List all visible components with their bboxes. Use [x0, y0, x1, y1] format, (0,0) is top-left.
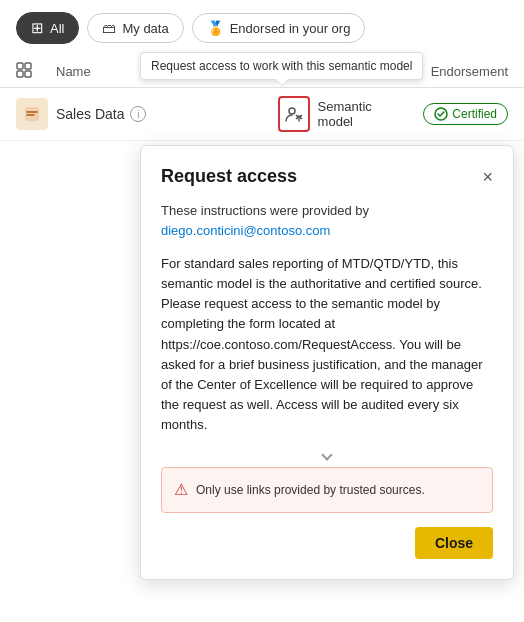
- instructions-prefix: These instructions were provided by: [161, 203, 369, 218]
- tooltip: Request access to work with this semanti…: [140, 52, 423, 80]
- svg-rect-2: [17, 71, 23, 77]
- certified-badge: Certified: [423, 103, 508, 125]
- badge-icon: 🏅: [207, 20, 224, 36]
- modal-title: Request access: [161, 166, 297, 187]
- svg-rect-4: [25, 107, 39, 121]
- info-icon[interactable]: i: [130, 106, 146, 122]
- row-type-cell: Semantic model: [278, 96, 398, 132]
- filter-mydata-label: My data: [122, 21, 168, 36]
- row-name-text: Sales Data: [56, 106, 124, 122]
- instructions-email: diego.conticini@contoso.com: [161, 223, 330, 238]
- certified-label: Certified: [452, 107, 497, 121]
- cylinder-icon: 🗃: [102, 20, 116, 36]
- filter-endorsed-button[interactable]: 🏅 Endorsed in your org: [192, 13, 366, 43]
- modal-close-button[interactable]: ×: [482, 168, 493, 186]
- svg-rect-3: [25, 71, 31, 77]
- th-icon: [16, 62, 56, 81]
- svg-rect-1: [25, 63, 31, 69]
- row-type-text: Semantic model: [318, 99, 398, 129]
- modal-body: These instructions were provided by dieg…: [161, 201, 493, 559]
- row-endorsement-cell: Certified: [398, 103, 508, 125]
- row-icon-cell: [16, 98, 56, 130]
- filter-endorsed-label: Endorsed in your org: [230, 21, 351, 36]
- filter-bar: ⊞ All 🗃 My data 🏅 Endorsed in your org: [0, 0, 524, 56]
- row-type-icon: [16, 98, 48, 130]
- warning-text: Only use links provided by trusted sourc…: [196, 481, 425, 499]
- filter-mydata-button[interactable]: 🗃 My data: [87, 13, 183, 43]
- modal-footer: Close: [161, 527, 493, 559]
- tooltip-text: Request access to work with this semanti…: [151, 59, 412, 73]
- filter-all-label: All: [50, 21, 64, 36]
- filter-all-button[interactable]: ⊞ All: [16, 12, 79, 44]
- close-button[interactable]: Close: [415, 527, 493, 559]
- warning-box: ⚠ Only use links provided by trusted sou…: [161, 467, 493, 513]
- svg-rect-0: [17, 63, 23, 69]
- row-name-cell: Sales Data i: [56, 106, 278, 122]
- warning-icon: ⚠: [174, 478, 188, 502]
- scroll-indicator: [161, 451, 493, 459]
- table-row: Request access to work with this semanti…: [0, 88, 524, 141]
- modal-instructions: These instructions were provided by dieg…: [161, 201, 493, 240]
- request-access-modal: Request access × These instructions were…: [140, 145, 514, 580]
- modal-header: Request access ×: [161, 166, 493, 187]
- request-access-button[interactable]: [278, 96, 310, 132]
- svg-point-5: [289, 108, 295, 114]
- modal-description: For standard sales reporting of MTD/QTD/…: [161, 254, 493, 435]
- grid-icon: ⊞: [31, 19, 44, 37]
